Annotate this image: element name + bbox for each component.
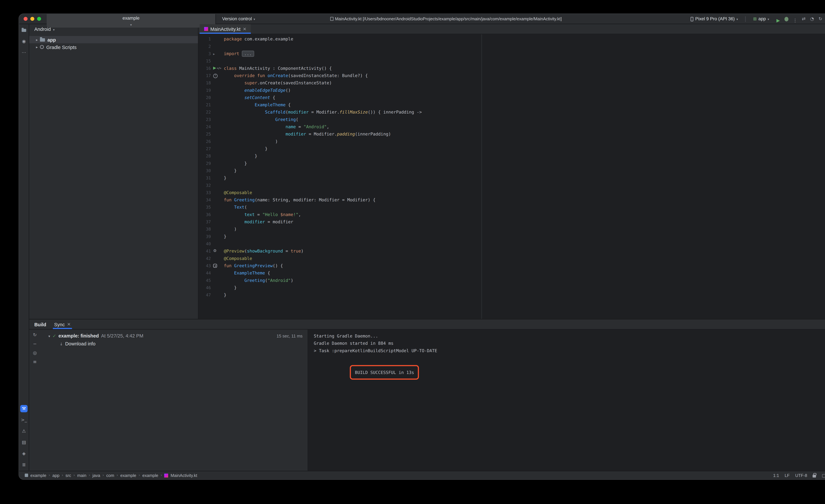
close-tab-icon[interactable] (67, 321, 71, 327)
code-editor[interactable]: 1package com.example.example23▸import ..… (199, 34, 825, 299)
code-line[interactable]: 18 super.onCreate(savedInstanceState) (199, 79, 825, 87)
code-line[interactable]: 47} (199, 291, 825, 298)
line-number[interactable]: 33 (199, 189, 211, 196)
code-line[interactable]: 16▶</>class MainActivity : ComponentActi… (199, 65, 825, 72)
code-line[interactable]: 1package com.example.example (199, 35, 825, 43)
chevron-right-icon[interactable] (36, 37, 38, 42)
line-number[interactable]: 15 (199, 57, 211, 65)
code-line[interactable]: 29 } (199, 160, 825, 167)
gutter[interactable] (211, 94, 224, 101)
code-icon[interactable]: </> (217, 67, 221, 70)
line-number[interactable]: 38 (199, 226, 211, 233)
code-line[interactable]: 27 } (199, 145, 825, 152)
line-number[interactable]: 28 (199, 152, 211, 160)
filter-icon[interactable]: ≡ (33, 359, 37, 365)
gutter[interactable] (211, 262, 224, 269)
line-number[interactable]: 24 (199, 123, 211, 130)
code-line[interactable]: 38 ) (199, 226, 825, 233)
code-line[interactable]: 40 (199, 240, 825, 247)
terminal-icon[interactable]: >_ (20, 416, 27, 424)
todo-icon[interactable]: ≣ (20, 461, 27, 469)
run-icon[interactable]: ▶ (213, 66, 216, 70)
breadcrumb-item[interactable]: main (77, 473, 86, 478)
line-number[interactable]: 21 (199, 101, 211, 109)
gutter[interactable] (211, 284, 224, 291)
code-line[interactable]: 46 } (199, 284, 825, 291)
line-number[interactable]: 35 (199, 204, 211, 211)
gutter[interactable] (211, 277, 224, 284)
refresh-icon[interactable]: ↻ (33, 332, 37, 338)
gutter[interactable] (211, 79, 224, 87)
line-separator[interactable]: LF (785, 473, 790, 478)
collapse-all-icon[interactable]: − (33, 342, 37, 347)
line-number[interactable]: 34 (199, 196, 211, 204)
code-line[interactable]: 19 enableEdgeToEdge() (199, 87, 825, 94)
code-line[interactable]: 44 ExampleTheme { (199, 270, 825, 277)
tab-sync[interactable]: Sync (53, 319, 72, 329)
pin-icon[interactable]: ◎ (33, 350, 37, 355)
gutter[interactable] (211, 291, 224, 298)
code-line[interactable]: 24 name = "Android", (199, 123, 825, 130)
line-number[interactable]: 46 (199, 284, 211, 291)
code-line[interactable]: 42@Composable (199, 255, 825, 262)
sidebar-item-app[interactable]: app (29, 36, 198, 43)
breadcrumb-item[interactable]: example (142, 473, 158, 478)
breadcrumb-item[interactable]: src (66, 473, 71, 478)
run-config-selector[interactable]: app (750, 16, 772, 22)
screen-reader-icon[interactable]: ▢ (822, 473, 825, 478)
line-number[interactable]: 42 (199, 255, 211, 262)
gutter[interactable] (211, 123, 224, 130)
vcs-widget[interactable]: Version control (219, 16, 258, 22)
gutter[interactable] (211, 160, 224, 167)
gutter[interactable] (211, 196, 224, 204)
build-result-row[interactable]: example: finished At 5/27/25, 4:42 PM 15… (41, 332, 308, 340)
code-line[interactable]: 35 Text( (199, 204, 825, 211)
line-number[interactable]: 37 (199, 218, 211, 225)
sidebar-item-gradle-scripts[interactable]: Gradle Scripts (29, 43, 198, 51)
gutter[interactable] (211, 233, 224, 240)
file-encoding[interactable]: UTF-8 (795, 473, 807, 478)
override-icon[interactable]: ↑ (213, 73, 218, 78)
gutter[interactable]: ▸ (211, 50, 224, 57)
code-line[interactable]: 37 modifier = modifier (199, 218, 825, 225)
readonly-lock-icon[interactable] (813, 475, 816, 478)
line-number[interactable]: 47 (199, 291, 211, 298)
breadcrumb-item[interactable]: app (53, 473, 60, 478)
breadcrumb-item[interactable]: com (106, 473, 114, 478)
code-line[interactable]: 39} (199, 233, 825, 240)
gutter[interactable] (211, 226, 224, 233)
build-result-child-row[interactable]: Download info (41, 340, 308, 348)
gutter[interactable] (211, 189, 224, 196)
line-number[interactable]: 44 (199, 270, 211, 277)
gutter[interactable] (211, 57, 224, 65)
fold-icon[interactable]: ▸ (213, 52, 215, 55)
code-line[interactable]: 22 Scaffold(modifier = Modifier.fillMaxS… (199, 109, 825, 116)
line-number[interactable]: 25 (199, 131, 211, 138)
problems-icon[interactable]: ⚠ (20, 427, 27, 435)
chevron-right-icon[interactable] (36, 45, 38, 49)
gutter[interactable] (211, 116, 224, 123)
device-selector[interactable]: Pixel 9 Pro (API 36) (688, 16, 741, 22)
profiler-icon[interactable]: ◔ (810, 16, 814, 21)
gutter[interactable] (211, 152, 224, 160)
line-number[interactable]: 41 (199, 247, 211, 255)
gutter[interactable] (211, 167, 224, 174)
gutter[interactable] (211, 109, 224, 116)
code-line[interactable]: 45 Greeting("Android") (199, 277, 825, 284)
compose-preview-icon[interactable] (213, 264, 217, 268)
gutter[interactable]: ↑ (211, 72, 224, 79)
line-number[interactable]: 1 (199, 35, 211, 43)
commit-icon[interactable]: ◉ (20, 38, 27, 45)
line-number[interactable]: 17 (199, 72, 211, 79)
caret-position[interactable]: 1:1 (773, 473, 779, 478)
project-folder-icon[interactable] (20, 26, 27, 34)
gutter[interactable] (211, 145, 224, 152)
gutter[interactable] (211, 101, 224, 109)
line-number[interactable]: 2 (199, 43, 211, 50)
code-line[interactable]: 20 setContent { (199, 94, 825, 101)
minimize-window-button[interactable] (30, 17, 34, 21)
run-button[interactable] (776, 14, 780, 23)
line-number[interactable]: 40 (199, 240, 211, 247)
breadcrumb-item[interactable]: java (92, 473, 100, 478)
code-line[interactable]: 31} (199, 174, 825, 182)
